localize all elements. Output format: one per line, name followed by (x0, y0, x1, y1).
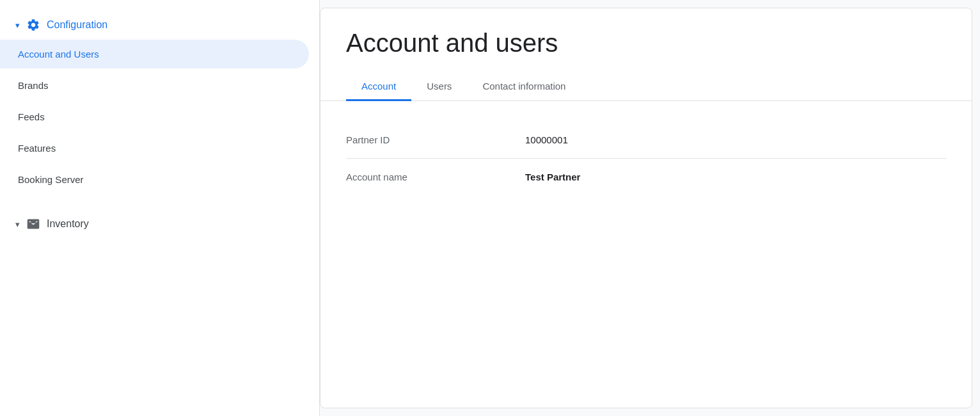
sidebar-item-account-and-users[interactable]: Account and Users (0, 40, 309, 68)
sidebar-item-label: Feeds (18, 111, 45, 122)
chevron-down-icon: ▾ (15, 220, 20, 229)
sidebar: ▾ Configuration Account and Users Brands… (0, 0, 320, 416)
page-title: Account and users (320, 8, 972, 73)
sidebar-item-label: Booking Server (18, 174, 84, 185)
sidebar-inventory-header[interactable]: ▾ Inventory (0, 209, 319, 239)
sidebar-item-booking-server[interactable]: Booking Server (0, 165, 319, 194)
partner-id-label: Partner ID (346, 134, 525, 145)
sidebar-item-label: Account and Users (18, 49, 99, 60)
tabs-bar: Account Users Contact information (320, 73, 972, 101)
sidebar-item-brands[interactable]: Brands (0, 71, 319, 100)
store-icon (26, 217, 40, 231)
account-name-label: Account name (346, 172, 525, 182)
tab-users[interactable]: Users (411, 73, 467, 101)
tab-account[interactable]: Account (346, 73, 411, 101)
account-name-value: Test Partner (525, 172, 580, 182)
chevron-down-icon: ▾ (15, 20, 20, 30)
sidebar-item-features[interactable]: Features (0, 134, 319, 163)
sidebar-item-label: Features (18, 143, 56, 154)
sidebar-configuration-header[interactable]: ▾ Configuration (0, 10, 319, 40)
sidebar-inventory-label: Inventory (47, 218, 89, 230)
gear-icon (26, 18, 40, 32)
tab-contact-information[interactable]: Contact information (467, 73, 581, 101)
account-name-row: Account name Test Partner (346, 159, 946, 195)
partner-id-value: 10000001 (525, 134, 568, 145)
partner-id-row: Partner ID 10000001 (346, 122, 946, 159)
sidebar-item-feeds[interactable]: Feeds (0, 102, 319, 131)
content-area: Partner ID 10000001 Account name Test Pa… (320, 101, 972, 216)
sidebar-item-label: Brands (18, 80, 49, 91)
main-content: Account and users Account Users Contact … (320, 8, 972, 408)
sidebar-configuration-label: Configuration (47, 19, 107, 31)
